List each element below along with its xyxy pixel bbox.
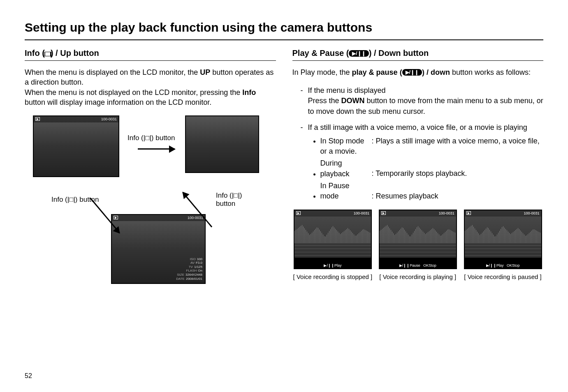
playback-icon (296, 211, 301, 216)
item-title: If a still image with a voice memo, a vo… (308, 123, 527, 131)
title-rule (25, 39, 543, 40)
right-column: Play & Pause (▶/❙❙) / Down button In Pla… (292, 48, 544, 296)
bold-text: ) / down (422, 68, 450, 76)
state-caption: [ Voice recording is playing ] (379, 273, 456, 280)
text: button works as follows: (450, 68, 531, 76)
lcd-preview-basic: 100-0031 (33, 115, 119, 177)
mode-label: In Pause mode (320, 181, 370, 201)
list-item: During playback : Temporarily stops play… (320, 158, 544, 179)
left-heading: Info () / Up button (25, 48, 276, 61)
left-paragraph: When the menu is displayed on the LCD mo… (25, 67, 276, 107)
text: In Play mode, the (292, 68, 352, 76)
bold-text: UP (200, 68, 210, 76)
mode-list: In Stop mode : Plays a still image with … (320, 136, 544, 201)
mode-label: During playback (320, 158, 370, 179)
right-heading: Play & Pause (▶/❙❙) / Down button (292, 48, 544, 61)
key-hint: OK (423, 263, 429, 267)
grid-lines (380, 243, 456, 256)
meta-value: On (198, 269, 202, 272)
key-hint: ▶/❙❙ (399, 263, 410, 267)
bold-text: Info (242, 88, 256, 97)
meta-label: ISO (190, 257, 196, 261)
arrow-icon (138, 148, 175, 150)
heading-text: Play & Pause ( (292, 48, 349, 58)
key-hint: OK (507, 263, 512, 267)
hint-label: Play (496, 263, 504, 267)
text: When the menu is not displayed on the LC… (25, 88, 242, 97)
meta-value: 1/125 (194, 265, 202, 269)
list-item: In Stop mode : Plays a still image with … (320, 136, 544, 157)
lcd-preview-detail: 100-0031 ISO100 AVF3.0 TV1/125 FLASHOn S… (111, 214, 206, 284)
content-columns: Info () / Up button When the menu is dis… (25, 48, 543, 296)
playback-icon (114, 216, 118, 220)
text: button will display image information on… (25, 98, 211, 106)
state-playing: 100-0031 ◀REW ▶ 00 : 00 : 05 FF ▶ ▶/❙❙Pa… (377, 210, 458, 280)
grid-lines (465, 243, 541, 256)
meta-label: TV (189, 265, 193, 269)
state-caption: [ Voice recording is stopped ] (293, 273, 373, 280)
list-item: If the menu is displayed Press the DOWN … (301, 85, 544, 117)
lcd-voice-playing: 100-0031 ◀REW ▶ 00 : 00 : 05 FF ▶ ▶/❙❙Pa… (379, 210, 457, 269)
state-paused: 100-0031 ❙❙ 00 : 00 : 05 ▶/❙❙Play OKStop… (462, 210, 543, 280)
info-button-caption: Info (|□|) button (128, 134, 175, 142)
heading-text: Info ( (25, 48, 45, 58)
hint-label: Play (334, 263, 342, 267)
meta-label: FLASH (186, 269, 197, 272)
waveform-icon (294, 223, 371, 243)
hint-label: Pause (410, 263, 420, 267)
right-intro: In Play mode, the play & pause (▶/❙❙) / … (292, 67, 544, 77)
file-number: 100-0031 (354, 211, 369, 216)
meta-label: AV (190, 261, 195, 265)
item-title: If the menu is displayed (308, 86, 386, 95)
grid-lines (294, 243, 371, 256)
page-number: 52 (25, 372, 32, 380)
bold-text: play & pause ( (352, 68, 402, 76)
hint-label: Stop (512, 263, 520, 267)
playback-icon (381, 211, 386, 216)
meta-label: DATE (176, 277, 185, 281)
bold-text: DOWN (341, 97, 365, 105)
heading-text: ) / Up button (51, 48, 99, 58)
heading-text: ) / Down button (369, 48, 429, 58)
file-number: 100-0031 (439, 211, 454, 216)
list-item: In Pause mode : Resumes playback (320, 181, 544, 201)
info-cycle-diagram: 100-0031 100-0031 ISO100 AVF3.0 TV1/125 … (25, 115, 259, 296)
list-item: If a still image with a voice memo, a vo… (301, 122, 544, 201)
page-title: Setting up the play back function using … (25, 21, 543, 35)
voice-states-row: 100-0031 ■ 00 : 00 : 20 ▶/❙❙Play [ Voice… (292, 210, 544, 280)
text: Press the (308, 97, 341, 105)
mode-desc: : Resumes playback (372, 192, 438, 200)
key-hint: ▶/❙❙ (486, 263, 497, 267)
mode-label: In Stop mode (320, 136, 370, 146)
info-button-caption: Info (|□|) button (216, 191, 259, 208)
meta-value: 2008/01/01 (186, 277, 202, 281)
left-column: Info () / Up button When the menu is dis… (25, 48, 276, 296)
file-number: 100-0031 (524, 211, 540, 216)
waveform-icon (465, 223, 541, 243)
lcd-voice-paused: 100-0031 ❙❙ 00 : 00 : 05 ▶/❙❙Play OKStop (464, 210, 542, 269)
playback-icon (35, 117, 40, 122)
file-number: 100-0031 (101, 117, 117, 122)
lcd-voice-stopped: 100-0031 ■ 00 : 00 : 20 ▶/❙❙Play (294, 210, 372, 269)
key-hint: ▶/❙❙ (324, 263, 334, 267)
file-number: 100-0031 (188, 216, 203, 220)
state-caption: [ Voice recording is paused ] (464, 273, 541, 280)
meta-value: 100 (197, 257, 202, 261)
play-pause-icon: ▶/❙❙ (349, 50, 369, 57)
playback-icon (466, 211, 471, 216)
display-icon (45, 52, 51, 56)
play-pause-icon: ▶/❙❙ (402, 69, 422, 76)
behavior-list: If the menu is displayed Press the DOWN … (301, 85, 544, 201)
meta-value: 3264X2448 (185, 273, 202, 277)
lcd-preview-clean (185, 115, 259, 173)
waveform-icon (380, 223, 456, 243)
hint-label: Stop (429, 263, 436, 267)
state-stopped: 100-0031 ■ 00 : 00 : 20 ▶/❙❙Play [ Voice… (292, 210, 373, 280)
text: When the menu is displayed on the LCD mo… (25, 68, 200, 76)
meta-value: F3.0 (196, 261, 202, 265)
image-metadata: ISO100 AVF3.0 TV1/125 FLASHOn SIZE3264X2… (176, 257, 202, 281)
meta-label: SIZE (177, 273, 184, 277)
mode-desc: : Temporarily stops playback. (372, 170, 467, 178)
